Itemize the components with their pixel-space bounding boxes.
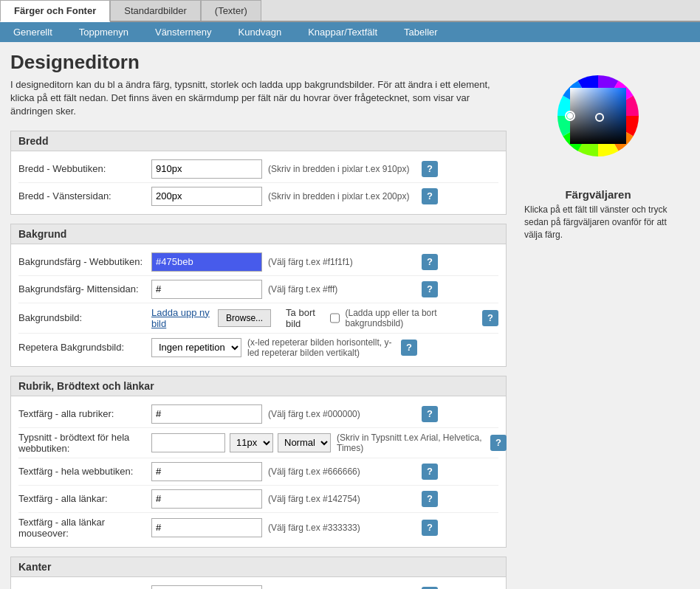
input-area-textfarg-hela: (Välj färg t.ex #666666) ? [151, 462, 498, 481]
hint-repetera-bakgrundsbild: (x-led repeterar bilden horisontellt, y-… [247, 337, 395, 358]
row-textfarg-hela: Textfärg - hela webbutiken: (Välj färg t… [18, 458, 498, 486]
section-kanter: Kanter Färg - alla kanter: (Välj färg t.… [10, 557, 507, 589]
hint-bakgrundsfarg-webbutiken: (Välj färg t.ex #f1f1f1) [268, 257, 416, 267]
input-farg-kanter[interactable] [151, 585, 262, 589]
section-rubrik-body: Textfärg - alla rubriker: (Välj färg t.e… [11, 396, 506, 547]
select-repetera[interactable]: Ingen repetition Repetera x-led Repetera… [151, 338, 241, 357]
color-square-dark[interactable] [570, 88, 626, 144]
label-repetera-bakgrundsbild: Repetera Bakgrundsbild: [18, 342, 151, 353]
hint-typsnitt: (Skriv in Typsnitt t.ex Arial, Helvetica… [337, 433, 484, 453]
input-area-textfarg-lankar: (Välj färg t.ex #142754) ? [151, 489, 498, 509]
input-textfarg-lankar-mouseover[interactable] [151, 518, 262, 537]
input-area-textfarg-rubriker: (Välj färg t.ex #000000) ? [151, 404, 498, 424]
delete-checkbox[interactable] [330, 313, 340, 323]
label-textfarg-lankar: Textfärg - alla länkar: [18, 493, 151, 504]
hint-textfarg-lankar: (Välj färg t.ex #142754) [268, 494, 416, 504]
color-picker-container: Färgväljaren Klicka på ett fält till vän… [524, 49, 672, 241]
sub-nav-bar: Generellt Toppmenyn Vänstermeny Kundvagn… [0, 22, 700, 42]
help-bakgrundsfarg-webbutiken[interactable]: ? [422, 254, 438, 270]
color-wheel-svg[interactable] [539, 57, 657, 175]
input-area-typsnitt: 11px 12px 13px 14px Normal Bold Italic [151, 433, 507, 453]
input-area-bakgrundsfarg-webbutiken: (Välj färg t.ex #f1f1f1) ? [151, 252, 498, 272]
hint-textfarg-hela: (Välj färg t.ex #666666) [268, 466, 416, 477]
hint-textfarg-rubriker: (Välj färg t.ex #000000) [268, 409, 416, 419]
color-ring-selector-fill [567, 113, 573, 119]
row-textfarg-lankar-mouseover: Textfärg - alla länkar mouseover: (Välj … [18, 513, 498, 542]
page-description: I designeditorn kan du bl a ändra färg, … [10, 78, 507, 119]
subnav-generellt[interactable]: Generellt [0, 22, 66, 42]
help-farg-kanter[interactable]: ? [422, 587, 438, 589]
input-bakgrundsfarg-webbutiken[interactable] [151, 252, 262, 272]
tab-texts[interactable]: (Texter) [201, 0, 261, 21]
top-tabs-bar: Färger och Fonter Standardbilder (Texter… [0, 0, 700, 22]
font-controls: 11px 12px 13px 14px Normal Bold Italic [151, 433, 331, 452]
input-area-textfarg-lankar-mouseover: (Välj färg t.ex #333333) ? [151, 518, 498, 537]
subnav-vanstermeny[interactable]: Vänstermeny [142, 22, 225, 42]
help-bakgrundsbild[interactable]: ? [482, 310, 498, 326]
section-rubrik-header: Rubrik, Brödtext och länkar [11, 376, 506, 396]
section-bredd-header: Bredd [11, 131, 506, 151]
subnav-kundvagn[interactable]: Kundvagn [225, 22, 295, 42]
input-textfarg-lankar[interactable] [151, 489, 262, 509]
row-bakgrundsfarg-webbutiken: Bakgrundsfärg - Webbutiken: (Välj färg t… [18, 249, 498, 276]
upload-link[interactable]: Ladda upp ny bild [151, 307, 212, 329]
row-bakgrundsfarg-mittensidan: Bakgrundsfärg- Mittensidan: (Välj färg t… [18, 276, 498, 303]
label-typsnitt: Typsnitt - brödtext för hela webbutiken: [18, 432, 151, 454]
row-textfarg-lankar: Textfärg - alla länkar: (Välj färg t.ex … [18, 486, 498, 513]
section-rubrik: Rubrik, Brödtext och länkar Textfärg - a… [10, 376, 507, 548]
input-area-bredd-webbutiken: (Skriv in bredden i pixlar t.ex 910px) ? [151, 159, 498, 179]
select-font-size[interactable]: 11px 12px 13px 14px [230, 433, 273, 452]
browse-button[interactable]: Browse... [218, 309, 271, 327]
subnav-toppmenyn[interactable]: Toppmenyn [66, 22, 142, 42]
section-bakgrund-body: Bakgrundsfärg - Webbutiken: (Välj färg t… [11, 244, 506, 366]
input-textfarg-rubriker[interactable] [151, 404, 262, 424]
left-content: Designeditorn I designeditorn kan du bl … [0, 42, 517, 589]
help-textfarg-lankar-mouseover[interactable]: ? [422, 520, 438, 536]
input-area-repetera-bakgrundsbild: Ingen repetition Repetera x-led Repetera… [151, 337, 498, 358]
right-panel: Färgväljaren Klicka på ett fält till vän… [517, 42, 679, 589]
input-area-bakgrundsfarg-mittensidan: (Välj färg t.ex #fff) ? [151, 280, 498, 299]
help-textfarg-lankar[interactable]: ? [422, 491, 438, 507]
subnav-tabeller[interactable]: Tabeller [391, 22, 451, 42]
section-bredd-body: Bredd - Webbutiken: (Skriv in bredden i … [11, 151, 506, 214]
section-bakgrund-header: Bakgrund [11, 224, 506, 244]
subnav-knappar[interactable]: Knappar/Textfält [295, 22, 391, 42]
label-textfarg-rubriker: Textfärg - alla rubriker: [18, 408, 151, 419]
label-bredd-webbutiken: Bredd - Webbutiken: [18, 163, 151, 174]
color-picker-desc: Klicka på ett fält till vänster och tryc… [524, 204, 672, 241]
input-typsnitt[interactable] [151, 433, 225, 452]
hint-textfarg-lankar-mouseover: (Välj färg t.ex #333333) [268, 523, 416, 533]
label-textfarg-hela: Textfärg - hela webbutiken: [18, 466, 151, 477]
help-repetera-bakgrundsbild[interactable]: ? [401, 340, 417, 356]
help-textfarg-rubriker[interactable]: ? [422, 406, 438, 422]
main-layout: Designeditorn I designeditorn kan du bl … [0, 42, 700, 589]
help-bredd-webbutiken[interactable]: ? [422, 161, 438, 177]
section-bakgrund: Bakgrund Bakgrundsfärg - Webbutiken: (Vä… [10, 224, 507, 367]
help-bredd-vanster[interactable]: ? [422, 188, 438, 204]
input-bredd-vanster[interactable] [151, 187, 262, 206]
input-textfarg-hela[interactable] [151, 462, 262, 481]
row-bredd-vanster: Bredd - Vänstersidan: (Skriv in bredden … [18, 183, 498, 210]
hint-bredd-vanster: (Skriv in bredden i pixlar t.ex 200px) [268, 191, 416, 202]
section-bredd: Bredd Bredd - Webbutiken: (Skriv in bred… [10, 131, 507, 215]
input-bakgrundsfarg-mittensidan[interactable] [151, 280, 262, 299]
label-bredd-vanster: Bredd - Vänstersidan: [18, 190, 151, 202]
help-typsnitt[interactable]: ? [490, 435, 507, 451]
hint-bredd-webbutiken: (Skriv in bredden i pixlar t.ex 910px) [268, 164, 416, 174]
input-area-bakgrundsbild: Ladda upp ny bild Browse... Ta bort bild… [151, 307, 498, 329]
delete-area: Ta bort bild [286, 307, 339, 329]
label-textfarg-lankar-mouseover: Textfärg - alla länkar mouseover: [18, 517, 151, 539]
color-wheel-wrapper[interactable] [539, 57, 657, 175]
select-font-weight[interactable]: Normal Bold Italic [278, 433, 331, 452]
help-bakgrundsfarg-mittensidan[interactable]: ? [422, 281, 438, 297]
row-farg-kanter: Färg - alla kanter: (Välj färg t.ex #dfd… [18, 582, 498, 589]
label-bakgrundsbild: Bakgrundsbild: [18, 312, 151, 323]
label-bakgrundsfarg-mittensidan: Bakgrundsfärg- Mittensidan: [18, 283, 151, 294]
help-textfarg-hela[interactable]: ? [422, 464, 438, 480]
tab-standard-images[interactable]: Standardbilder [110, 0, 201, 21]
input-bredd-webbutiken[interactable] [151, 159, 262, 179]
row-typsnitt: Typsnitt - brödtext för hela webbutiken:… [18, 428, 498, 458]
delete-label: Ta bort bild [286, 307, 326, 329]
tab-colors-fonts[interactable]: Färger och Fonter [0, 0, 110, 22]
page-title: Designeditorn [10, 51, 507, 74]
